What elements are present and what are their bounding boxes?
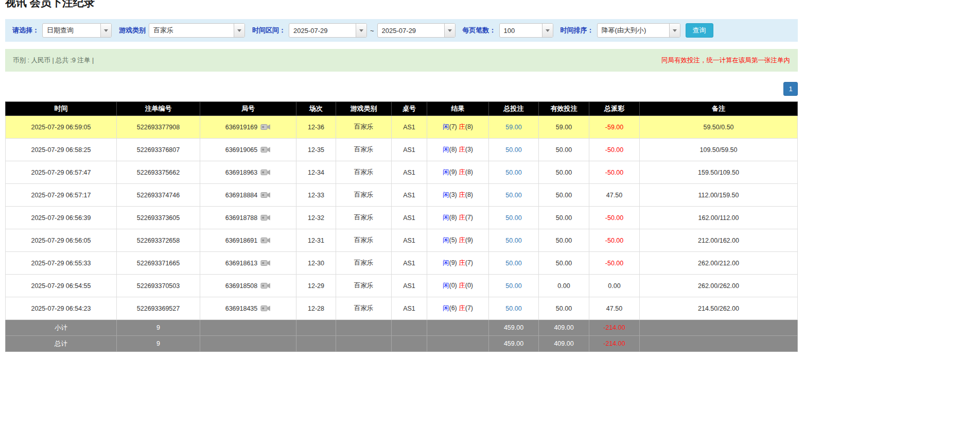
page-title-wrap: 视讯 会员下注纪录 [5,0,798,9]
footer-empty-cell [296,320,336,336]
cell-table-no: AS1 [392,229,427,252]
cell-result: 闲(8) 庄(3) [427,139,489,161]
total-bet-link[interactable]: 59.00 [505,124,521,131]
date-from-input[interactable] [289,24,356,37]
result-banker: 庄 [459,236,465,244]
cell-remark: 262.00/262.00 [640,275,798,297]
result-player-score: (3) [449,191,457,198]
pagination: 1 [5,82,798,96]
query-type-input[interactable] [43,24,100,37]
cell-total-bet: 50.00 [489,207,539,229]
filter-bar: 请选择： 游戏类别 时间区间： ~ 每页笔数： 时间排序： [5,19,798,42]
cell-session: 12-28 [296,297,336,320]
cell-bet-id: 522693371665 [117,252,200,275]
chevron-down-icon[interactable] [100,24,111,37]
chevron-down-icon[interactable] [669,24,680,37]
video-replay-icon[interactable] [260,259,271,267]
game-type-label: 游戏类别 [119,26,146,35]
table-row: 2025-07-29 06:56:05522693372658636918691… [6,229,798,252]
date-to-input[interactable] [378,24,444,37]
video-replay-icon[interactable] [260,191,271,199]
game-type-combo[interactable] [149,23,245,38]
footer-total-bet: 459.00 [489,320,539,336]
cell-session: 12-34 [296,161,336,184]
total-bet-link[interactable]: 50.00 [505,305,521,312]
grand-total-row: 总计9459.00409.00-214.00 [6,336,798,352]
result-banker-score: (8) [465,168,473,176]
cell-game-type: 百家乐 [336,207,392,229]
video-replay-icon[interactable] [260,146,271,154]
footer-empty-cell [640,320,798,336]
round-number: 636918691 [225,237,258,244]
cell-payout: 47.50 [589,184,640,207]
cell-total-bet: 50.00 [489,184,539,207]
column-header: 有效投注 [539,102,589,116]
date-from-combo[interactable] [289,23,367,38]
cell-bet-id: 522693373605 [117,207,200,229]
cell-round: 636919065 [200,139,296,161]
result-player-score: (8) [449,146,457,153]
cell-payout: -50.00 [589,207,640,229]
cell-time: 2025-07-29 06:59:05 [6,116,117,139]
time-range-label: 时间区间： [252,26,286,35]
cell-payout: -50.00 [589,229,640,252]
total-bet-link[interactable]: 50.00 [505,192,521,199]
chevron-down-icon[interactable] [356,24,366,37]
time-sort-combo[interactable] [597,23,680,38]
page-size-combo[interactable] [499,23,553,38]
footer-count: 9 [117,320,200,336]
chevron-down-icon[interactable] [542,24,553,37]
cell-session: 12-29 [296,275,336,297]
video-replay-icon[interactable] [260,123,271,131]
chevron-down-icon[interactable] [234,24,244,37]
query-type-combo[interactable] [42,23,112,38]
table-footer: 小计9459.00409.00-214.00总计9459.00409.00-21… [6,320,798,352]
page-size-input[interactable] [500,24,542,37]
video-replay-icon[interactable] [260,304,271,312]
cell-remark: 112.00/159.50 [640,184,798,207]
cell-time: 2025-07-29 06:57:17 [6,184,117,207]
cell-game-type: 百家乐 [336,252,392,275]
date-to-combo[interactable] [377,23,456,38]
cell-result: 闲(0) 庄(0) [427,275,489,297]
cell-time: 2025-07-29 06:58:25 [6,139,117,161]
page-1-button[interactable]: 1 [783,82,798,96]
total-bet-link[interactable]: 50.00 [505,237,521,244]
total-bet-link[interactable]: 50.00 [505,214,521,222]
cell-total-bet: 50.00 [489,229,539,252]
result-banker: 庄 [459,282,465,289]
time-sort-input[interactable] [598,24,669,37]
cell-remark: 159.50/109.50 [640,161,798,184]
result-banker-score: (7) [465,304,473,312]
result-banker: 庄 [459,146,465,153]
cell-bet-id: 522693372658 [117,229,200,252]
cell-valid-bet: 50.00 [539,207,589,229]
video-replay-icon[interactable] [260,214,271,222]
total-bet-link[interactable]: 50.00 [505,282,521,290]
cell-table-no: AS1 [392,252,427,275]
video-replay-icon[interactable] [260,282,271,290]
query-type-label: 请选择： [12,26,39,35]
total-bet-link[interactable]: 50.00 [505,260,521,267]
cell-session: 12-36 [296,116,336,139]
footer-empty-cell [296,336,336,352]
cell-game-type: 百家乐 [336,297,392,320]
dropdown-triangle-icon [237,29,241,32]
cell-round: 636918884 [200,184,296,207]
table-row: 2025-07-29 06:56:39522693373605636918788… [6,207,798,229]
cell-total-bet: 50.00 [489,252,539,275]
footer-empty-cell [336,336,392,352]
search-button[interactable]: 查询 [686,23,713,38]
cell-result: 闲(5) 庄(9) [427,229,489,252]
chevron-down-icon[interactable] [444,24,455,37]
result-banker: 庄 [459,123,465,130]
total-bet-link[interactable]: 50.00 [505,169,521,176]
table-row: 2025-07-29 06:58:25522693376807636919065… [6,139,798,161]
total-bet-link[interactable]: 50.00 [505,146,521,154]
result-banker: 庄 [459,214,465,221]
video-replay-icon[interactable] [260,168,271,176]
game-type-input[interactable] [149,24,234,37]
video-replay-icon[interactable] [260,236,271,244]
cell-table-no: AS1 [392,161,427,184]
cell-game-type: 百家乐 [336,184,392,207]
